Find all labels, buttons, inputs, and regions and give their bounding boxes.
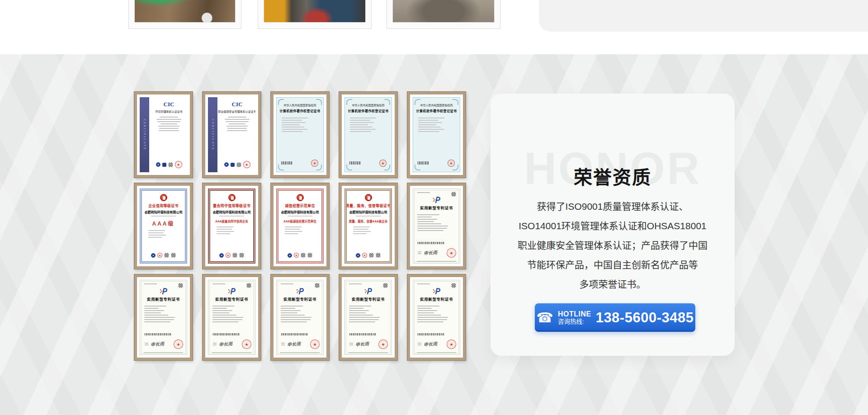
text-line-placeholder	[217, 233, 230, 234]
certificate-thumbnail-patent[interactable]: 实用新型专利证书申长雨★	[271, 274, 329, 360]
certificate-title: 实用新型专利证书	[215, 296, 248, 302]
page: CERTIFICATECIC环境管理体系认证证书★CERTIFICATECIC职…	[0, 0, 868, 415]
text-line-placeholder	[418, 131, 439, 132]
text-line-placeholder	[212, 306, 235, 307]
rating-grade-text: AAA级重合同守信用企业	[215, 219, 248, 223]
certificate-thumbnail-credit[interactable]: 诚信经营示范单位合肥珂玛环保科技有限公司AAA级诚信经营示范单位★	[271, 183, 329, 269]
text-line-placeholder	[349, 317, 380, 318]
red-star-seal-icon: ★	[243, 161, 250, 168]
text-line-placeholder	[219, 216, 244, 217]
certificate-footer-icons: ★	[278, 253, 321, 258]
certificate-thumbnail-patent[interactable]: 实用新型专利证书申长雨★	[203, 274, 261, 360]
text-line-placeholder	[144, 319, 174, 320]
text-line-placeholder	[350, 118, 376, 118]
certificate-title: 重合同守信用等级证书	[213, 203, 250, 208]
project-photo-card[interactable]	[387, 0, 500, 29]
ornamental-bottom-border	[144, 352, 183, 353]
text-line-placeholder	[212, 310, 232, 311]
director-signature: 申长雨	[219, 340, 233, 348]
certificate-footer-icons: ★	[210, 253, 253, 258]
certificate-footer-icons: ★	[142, 253, 185, 258]
signature-block: 申长雨	[213, 340, 232, 347]
project-photo-card[interactable]	[258, 0, 372, 29]
project-photo-card[interactable]	[128, 0, 241, 29]
rating-agency-logo-icon	[288, 253, 292, 258]
text-line-placeholder	[417, 306, 439, 307]
national-emblem-seal-icon: ★	[447, 248, 456, 258]
barcode	[349, 161, 361, 165]
cic-logo-text: CIC	[164, 101, 175, 108]
certificate-thumbnail-patent[interactable]: 实用新型专利证书申长雨★	[134, 274, 193, 360]
rating-grade-text: AAA级诚信经营示范单位	[283, 219, 316, 223]
text-line-placeholder	[418, 127, 441, 127]
signature-label-lines	[281, 343, 285, 345]
text-line-placeholder	[225, 119, 250, 120]
page-top-band	[0, 0, 868, 54]
director-signature: 申长雨	[424, 340, 438, 348]
text-line-placeholder	[285, 231, 302, 232]
certificate-thumbnail-cic[interactable]: CERTIFICATECIC环境管理体系认证证书★	[134, 92, 193, 178]
certificate-footer-icons: ★	[222, 161, 253, 168]
certificate-body-lines	[217, 225, 247, 234]
text-line-placeholder	[212, 319, 242, 320]
certificate-body-lines	[350, 116, 386, 132]
text-line-placeholder	[227, 130, 247, 131]
certificate-thumbnail-credit[interactable]: 重合同守信用等级证书合肥珂玛环保科技有限公司AAA级重合同守信用企业★	[203, 183, 261, 269]
red-badge-icon	[160, 194, 167, 201]
hotline-button[interactable]: ☎ HOTLINE 咨询热线: 138-5600-3485	[535, 303, 695, 332]
qr-code	[178, 283, 183, 288]
barcode	[213, 333, 239, 335]
cnipa-logo-icon	[227, 288, 236, 295]
certificate-body-lines	[349, 304, 387, 322]
certificate-thumbnail-copyright[interactable]: 中华人民共和国国家版权局计算机软件著作权登记证书★	[271, 92, 329, 178]
text-line-placeholder	[282, 127, 304, 127]
text-line-placeholder	[217, 226, 233, 227]
certificate-number-placeholder	[144, 283, 157, 284]
text-line-placeholder	[417, 315, 441, 316]
certificate-thumbnail-cic[interactable]: CERTIFICATECIC职业健康安全管理体系认证证书★	[203, 92, 261, 178]
certificate-title: 企业信用等级证书	[148, 203, 178, 208]
text-line-placeholder	[281, 321, 307, 322]
cic-logo-text: CIC	[232, 101, 243, 108]
red-star-seal-icon: ★	[294, 253, 299, 258]
certificate-thumbnail-copyright[interactable]: 中华人民共和国国家版权局计算机软件著作权登记证书★	[339, 92, 397, 178]
text-line-placeholder	[417, 317, 448, 318]
certificate-thumbnail-copyright[interactable]: 中华人民共和国国家版权局计算机软件著作权登记证书★	[407, 92, 466, 178]
text-line-placeholder	[417, 321, 443, 322]
text-line-placeholder	[148, 232, 163, 233]
certificate-thumbnail-credit[interactable]: 质量、服务、信誉等级证书合肥珂玛环保科技有限公司质量、服务、信誉AAA级企业★	[339, 183, 397, 269]
certificate-body-lines	[353, 225, 383, 234]
text-line-placeholder	[417, 223, 441, 224]
certificate-thumbnail-credit[interactable]: 企业信用等级证书合肥珂玛环保科技有限公司AAA级★	[134, 183, 193, 269]
text-line-placeholder	[226, 121, 249, 122]
text-line-placeholder	[159, 128, 179, 129]
qr-code	[451, 283, 456, 288]
credit-rating-certificate-page: 诚信经营示范单位合肥珂玛环保科技有限公司AAA级诚信经营示范单位★	[276, 189, 324, 264]
cnipa-logo-icon	[364, 288, 373, 295]
utility-patent-certificate-page: 实用新型专利证书申长雨★	[344, 280, 392, 355]
certificate-title: 计算机软件著作权登记证书	[348, 108, 389, 113]
accreditation-logo-icon	[156, 162, 160, 167]
certificate-number-placeholder	[417, 192, 430, 193]
text-line-placeholder	[349, 321, 375, 322]
text-line-placeholder	[350, 131, 371, 132]
company-name: 合肥珂玛环保科技有限公司	[145, 210, 183, 214]
certificate-thumbnail-patent[interactable]: 实用新型专利证书申长雨★	[407, 274, 466, 360]
accreditation-mark-icon	[231, 163, 235, 167]
qr-code	[239, 253, 244, 258]
ornamental-corner	[346, 99, 352, 105]
text-line-placeholder	[417, 310, 437, 311]
text-line-placeholder	[349, 306, 371, 307]
certificate-title: 计算机软件著作权登记证书	[280, 108, 321, 113]
description-line: 节能环保产品，中国自主创新名优产品等	[504, 255, 721, 274]
text-line-placeholder	[350, 124, 368, 125]
ornamental-bottom-border	[417, 261, 456, 262]
certificate-thumbnail-patent[interactable]: 实用新型专利证书申长雨★	[339, 274, 397, 360]
text-line-placeholder	[144, 308, 159, 309]
certificate-body-lines	[417, 304, 455, 322]
certificate-thumbnail-patent[interactable]: 实用新型专利证书申长雨★	[407, 183, 466, 269]
certificate-title: 实用新型专利证书	[352, 296, 385, 302]
text-line-placeholder	[418, 120, 438, 121]
barcode	[349, 333, 376, 335]
director-signature: 申长雨	[355, 340, 369, 348]
